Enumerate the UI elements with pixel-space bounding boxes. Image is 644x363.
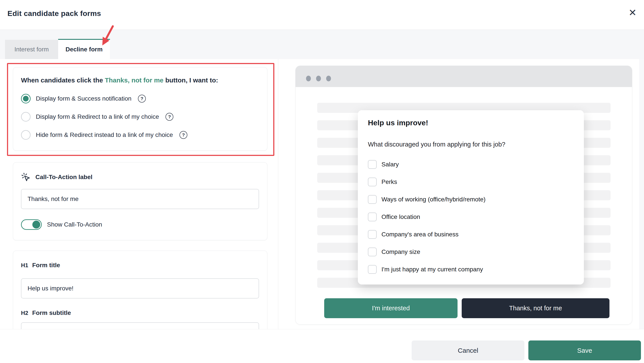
radio-option-label: Hide form & Redirect instead to a link o… [36,132,173,138]
radio-option-label: Display form & Redirect to a link of my … [36,113,159,120]
form-subtitle-label-row: H2 Form subtitle [21,310,71,316]
help-icon[interactable]: ? [166,113,173,121]
radio-option-label: Display form & Success notification [36,95,132,102]
checkbox-list: SalaryPerksWays of working (office/hybri… [368,160,486,274]
preview-browser-bar [296,66,632,87]
checkbox[interactable] [368,248,377,256]
form-preview-panel: Help us improve! What discouraged you fr… [295,66,632,324]
interested-button[interactable]: I'm interested [324,298,458,318]
decline-button[interactable]: Thanks, not for me [462,298,610,318]
radio-option[interactable]: Display form & Redirect to a link of my … [21,112,187,122]
radio-button[interactable] [21,112,30,122]
decision-heading-highlight: Thanks, not for me [105,76,163,84]
cancel-button[interactable]: Cancel [412,340,524,360]
checkbox-label: Office location [382,214,420,220]
column-divider [278,59,278,329]
preview-form-card: Help us improve! What discouraged you fr… [358,110,584,284]
page-title: Edit candidate pack forms [8,9,101,18]
scrollbar-gutter[interactable] [639,59,644,329]
h1-tag: H1 [21,262,28,269]
tab-strip: Interest form Decline form [0,30,644,59]
checkbox-row[interactable]: Company's area of business [368,230,486,239]
checkbox-label: Company size [382,248,420,256]
help-icon[interactable]: ? [138,95,146,102]
cta-toggle-row: Show Call-To-Action [21,219,102,230]
decision-heading: When candidates click the Thanks, not fo… [21,76,218,84]
checkbox-row[interactable]: Company size [368,248,486,256]
tab-interest-form[interactable]: Interest form [5,40,58,59]
close-icon[interactable]: ✕ [628,8,636,18]
toggle-knob [32,221,40,228]
checkbox[interactable] [368,230,377,239]
checkbox-label: Ways of working (office/hybrid/remote) [382,196,486,203]
cta-input[interactable] [21,189,259,209]
radio-button[interactable] [21,94,30,104]
modal-footer: Cancel Save [0,329,644,363]
decision-card: When candidates click the Thanks, not fo… [13,67,267,151]
form-text-card: H1 Form title H2 Form subtitle [13,250,267,329]
h2-tag: H2 [21,310,28,316]
toggle-label: Show Call-To-Action [47,221,102,228]
cursor-click-icon [21,172,30,182]
form-title-label-row: H1 Form title [21,262,60,269]
decision-heading-prefix: When candidates click the [21,76,105,84]
window-dot-icon [316,76,321,81]
modal-header: Edit candidate pack forms ✕ [0,0,644,30]
checkbox-row[interactable]: Perks [368,178,486,186]
checkbox[interactable] [368,178,377,186]
cta-label: Call-To-Action label [36,174,92,181]
checkbox-label: I'm just happy at my current company [382,266,483,273]
checkbox-row[interactable]: I'm just happy at my current company [368,265,486,274]
window-dot-icon [326,76,331,81]
form-title-label: Form title [32,262,60,269]
form-title-input[interactable] [21,278,259,298]
radio-button[interactable] [21,130,30,140]
preview-form-question: What discouraged you from applying for t… [368,141,506,148]
checkbox[interactable] [368,212,377,221]
checkbox-label: Salary [382,161,399,168]
decision-heading-suffix: button, I want to: [164,76,218,84]
form-subtitle-input[interactable] [21,322,259,329]
save-button[interactable]: Save [528,340,641,360]
radio-option[interactable]: Hide form & Redirect instead to a link o… [21,130,187,140]
cta-card: Call-To-Action label Show Call-To-Action [13,162,267,240]
cta-label-row: Call-To-Action label [21,172,92,182]
modal-body: When candidates click the Thanks, not fo… [0,59,644,329]
window-dot-icon [306,76,311,81]
tab-decline-form[interactable]: Decline form [58,39,110,59]
show-cta-toggle[interactable] [21,219,42,230]
checkbox[interactable] [368,265,377,274]
form-subtitle-label: Form subtitle [32,310,71,316]
checkbox[interactable] [368,195,377,204]
radio-option-list: Display form & Success notification?Disp… [21,94,187,140]
checkbox-row[interactable]: Salary [368,160,486,169]
radio-option[interactable]: Display form & Success notification? [21,94,187,104]
checkbox-row[interactable]: Office location [368,212,486,221]
preview-body: Help us improve! What discouraged you fr… [296,87,632,324]
help-icon[interactable]: ? [180,131,187,139]
checkbox-row[interactable]: Ways of working (office/hybrid/remote) [368,195,486,204]
preview-form-title: Help us improve! [368,118,428,127]
checkbox-label: Company's area of business [382,231,458,238]
checkbox[interactable] [368,160,377,169]
checkbox-label: Perks [382,178,397,186]
